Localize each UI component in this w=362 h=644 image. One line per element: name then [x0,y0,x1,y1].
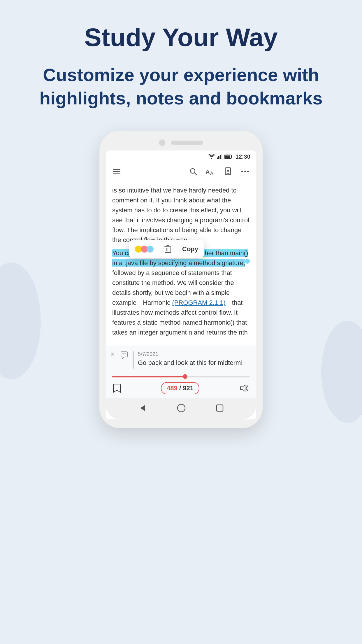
search-icon[interactable] [189,167,197,176]
popup-divider-2 [177,245,177,253]
svg-point-27 [178,404,185,412]
book-content: is so intuitive that we have hardly need… [106,180,256,346]
wifi-icon [208,154,215,159]
bookmark-icon[interactable] [113,384,121,393]
svg-text:A: A [205,169,210,175]
system-nav-bar [106,398,256,419]
phone-camera [159,139,165,146]
battery-icon [224,154,233,159]
phone-screen: 12:30 [106,150,256,419]
svg-rect-5 [231,156,232,158]
note-content: 5/7/2021 Go back and look at this for mi… [112,351,250,369]
svg-line-8 [194,173,197,175]
svg-marker-12 [226,169,230,172]
progress-bar-fill [112,376,185,377]
status-icons: 12:30 [208,153,250,160]
progress-section [106,373,256,379]
app-toolbar: A A [106,163,256,180]
svg-rect-6 [225,155,230,158]
selection-handle [245,259,250,264]
time-display: 12:30 [236,153,250,160]
phone-outer: 12:30 [99,131,263,428]
toolbar-right: A A [189,167,249,176]
page-separator: / [179,384,183,392]
svg-rect-0 [217,158,218,159]
nav-back-button[interactable] [138,404,147,413]
highlight-color-dots [135,246,154,253]
bottom-nav: 489 / 921 [106,379,256,398]
nav-home-button[interactable] [177,404,186,414]
header-section: Study Your Way Customize your experience… [0,0,362,122]
trash-icon[interactable] [164,245,171,253]
svg-point-14 [244,171,246,172]
more-icon[interactable] [241,170,249,173]
volume-icon[interactable] [239,384,249,392]
note-text-area: 5/7/2021 Go back and look at this for mi… [138,351,250,368]
svg-text:A: A [210,171,213,176]
svg-rect-3 [221,154,222,159]
svg-rect-22 [121,352,127,357]
total-pages: 921 [183,384,194,392]
svg-rect-28 [217,405,223,411]
popup-divider [159,245,159,253]
nav-recents-button[interactable] [216,404,224,413]
progress-dot [183,374,187,379]
svg-rect-2 [220,155,221,159]
hamburger-icon[interactable] [113,168,120,174]
status-bar: 12:30 [106,150,256,163]
subtitle: Customize your experience with highlight… [23,63,339,110]
phone-top-bar [106,139,256,146]
svg-rect-1 [218,156,219,159]
current-page: 489 [167,384,178,392]
note-date: 5/7/2021 [138,351,250,357]
svg-point-15 [247,171,249,172]
phone-wrapper: 12:30 [0,131,362,428]
page-indicator: 489 / 921 [161,382,199,394]
copy-button[interactable]: Copy [182,244,198,254]
phone-speaker [171,141,203,145]
note-panel: × 5/7/2021 Go back and look at this for … [106,346,256,373]
book-paragraph-1: is so intuitive that we have hardly need… [112,186,250,245]
book-paragraph-highlighted: You can define static methods other than… [112,248,250,338]
signal-icon [217,154,223,159]
svg-point-13 [241,171,243,172]
font-size-icon[interactable]: A A [205,167,216,176]
svg-marker-26 [140,405,145,411]
program-link[interactable]: (PROGRAM 2.1.1) [172,299,225,306]
main-title: Study Your Way [23,23,339,52]
note-close-button[interactable]: × [110,350,115,358]
svg-rect-18 [167,246,169,247]
svg-marker-25 [240,385,245,391]
note-body: Go back and look at this for midterm! [138,358,250,368]
note-left-border [133,351,134,369]
bookmark-star-icon[interactable] [224,167,233,176]
toolbar-left [113,168,120,174]
note-chat-icon [120,351,129,359]
progress-bar-track[interactable] [112,376,250,377]
text-selection-popup[interactable]: Copy [129,240,204,258]
color-blue-dot[interactable] [147,246,154,253]
